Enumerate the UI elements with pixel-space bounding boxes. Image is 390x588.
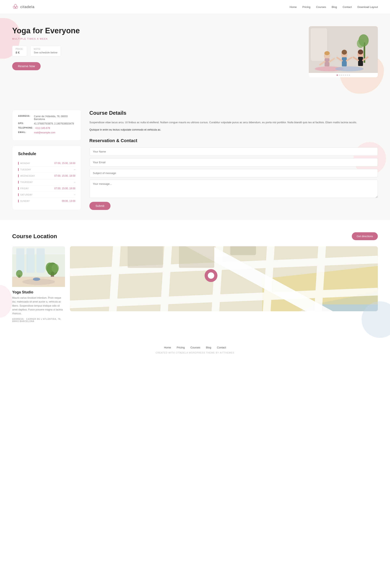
studio-info-panel: Yoga Studio Mauris varius tincidunt inte… [12,246,65,326]
friday-label: FRIDAY [18,187,29,190]
location-section: Course Location Get directions [0,220,390,338]
nav-home[interactable]: Home [290,5,297,8]
thursday-label: THURSDAY [18,181,33,183]
info-left-column: ADDRESS: Carrer de l'Atlàntida, 78, 0800… [12,110,81,210]
navigation: citadela Home Pricing Courses Blog Conta… [0,0,390,14]
schedule-saturday: SATURDAY – [18,192,75,198]
gps-value: 41.3768575I3879, 2.1907639503479 [34,122,74,125]
gps-row: GPS: 41.3768575I3879, 2.1907639503479 [18,122,75,125]
map-container[interactable]: + − Leaflet | © OpenStreetMap [70,246,378,311]
svg-rect-29 [26,248,35,273]
course-details-body1: Suspendisse vitae lacus arcu. Ut finibus… [89,120,378,125]
svg-point-39 [33,277,40,281]
reserve-button[interactable]: Reserve Now [12,62,41,70]
email-link[interactable]: mail@example.com [34,131,55,134]
footer-blog[interactable]: Blog [206,346,211,349]
sunday-label: SUNDAY [18,200,30,202]
nav-download[interactable]: Download Layout [357,5,378,8]
svg-point-35 [51,264,59,273]
schedule-title: Schedule [18,151,75,156]
saturday-times: – [74,193,75,196]
course-details-title: Course Details [89,110,378,116]
svg-point-8 [357,39,364,48]
location-grid: Yoga Studio Mauris varius tincidunt inte… [12,246,378,326]
hero-title: Yoga for Everyone [12,26,80,36]
name-input[interactable] [89,147,378,156]
address-label: ADDRESS: [18,115,32,117]
submit-button[interactable]: Submit [89,202,110,210]
svg-point-23 [324,51,330,55]
footer-links: Home Pricing Courses Blog Contact [12,346,378,349]
carousel-dot-2[interactable] [339,75,340,76]
tuesday-label: TUESDAY [18,168,31,171]
svg-point-3 [15,8,16,8]
email-input[interactable] [89,158,378,167]
carousel-dot-6[interactable] [347,75,348,76]
map-panel: + − Leaflet | © OpenStreetMap [70,246,378,326]
blob-pink-left-decoration [0,285,12,317]
brand-name: citadela [20,5,35,9]
course-details-body2: Quisque in enim eu lectus vulputate comm… [89,128,378,132]
reservation-section: Reservation & Contact Submit [89,138,378,210]
telephone-row: TELEPHONE: +012-345-678 [18,127,75,130]
nav-blog[interactable]: Blog [332,5,337,8]
monday-times: 07:00, 15:00, 18:00 [54,162,75,165]
location-header: Course Location Get directions [12,232,378,240]
map-svg: + − Leaflet | © OpenStreetMap [70,246,378,311]
price-note-row: PRICE: 8 € NOTE: See schedule below [12,46,80,56]
message-textarea[interactable] [89,180,378,198]
saturday-label: SATURDAY [18,193,33,196]
nav-pricing[interactable]: Pricing [302,5,311,8]
price-value: 8 € [16,51,19,54]
carousel-dot-5[interactable] [345,75,346,76]
hero-content: Yoga for Everyone MULTIPLE TIMES A WEEK … [12,26,80,70]
friday-times: 07:00, 15:00, 18:00 [54,187,75,190]
location-title: Course Location [12,233,57,240]
footer: Home Pricing Courses Blog Contact CREATE… [0,338,390,358]
svg-point-37 [16,270,23,277]
nav-contact[interactable]: Contact [343,5,352,8]
schedule-monday: MONDAY 07:00, 15:00, 18:00 [18,160,75,167]
subject-input[interactable] [89,169,378,177]
svg-point-1 [13,6,15,9]
tuesday-times: – [74,168,75,171]
note-label: NOTE: [34,48,57,50]
hero-image [309,26,378,77]
telephone-link[interactable]: +012-345-678 [35,127,50,130]
svg-rect-16 [342,57,347,66]
nav-courses[interactable]: Courses [316,5,326,8]
email-label: EMAIL: [18,131,32,134]
footer-home[interactable]: Home [164,346,171,349]
svg-point-2 [16,6,18,9]
address-row: ADDRESS: Carrer de l'Atlàntida, 78, 0800… [18,115,75,121]
price-box: PRICE: 8 € [12,46,27,56]
address-value: Carrer de l'Atlàntida, 78, 08003 Barcelo… [34,115,75,121]
svg-rect-12 [325,58,330,66]
carousel-dot-1[interactable] [337,75,338,76]
footer-pricing[interactable]: Pricing [177,346,185,349]
footer-contact[interactable]: Contact [217,346,226,349]
telephone-label: TELEPHONE: [18,127,33,129]
carousel-dot-4[interactable] [343,75,344,76]
schedule-tuesday: TUESDAY – [18,167,75,173]
studio-address: ADDRESS: Carrer de l'Atlàntida, 78, 0800… [12,318,65,322]
studio-info: Yoga Studio Mauris varius tincidunt inte… [12,287,65,326]
studio-name: Yoga Studio [12,290,65,294]
hero-yoga-image [309,26,378,73]
info-section: ADDRESS: Carrer de l'Atlàntida, 78, 0800… [0,100,390,220]
logo[interactable]: citadela [12,4,35,10]
footer-courses[interactable]: Courses [191,346,200,349]
logo-icon [12,4,19,10]
address-label: ADDRESS: [12,318,24,320]
wednesday-times: 07:00, 15:00, 18:00 [54,174,75,177]
carousel-dot-7[interactable] [349,75,350,76]
svg-rect-58 [230,246,256,255]
studio-description: Mauris varius tincidunt interdum. Proin … [12,296,65,316]
carousel-dot-3[interactable] [341,75,342,76]
directions-button[interactable]: Get directions [352,232,378,240]
svg-rect-20 [358,57,363,66]
hero-section: // dots grid — rendered via inline appro… [0,14,390,100]
price-label: PRICE: [16,48,24,50]
note-value: See schedule below [34,51,57,54]
gps-label: GPS: [18,122,32,125]
